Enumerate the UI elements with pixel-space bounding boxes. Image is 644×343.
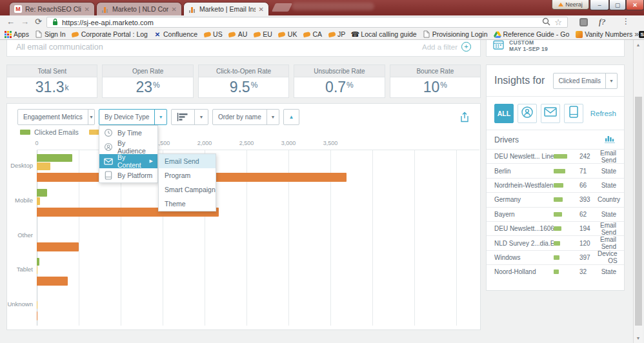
- driver-bar-fill: [554, 255, 559, 260]
- metric-label: Total Sent: [7, 65, 97, 77]
- browser-tab[interactable]: Marketo | Email Insights✕: [183, 2, 269, 15]
- submenu-item[interactable]: Program: [159, 168, 216, 182]
- drive-icon: [494, 30, 501, 38]
- vanity-icon: [575, 30, 583, 38]
- forward-icon[interactable]: →: [21, 17, 29, 26]
- category-label: Unknown: [7, 300, 33, 308]
- bookmark-item[interactable]: Vanity Numbers: [575, 30, 632, 38]
- driver-row[interactable]: Windows397Device OS: [487, 250, 624, 264]
- bookmark-label: Corporate Portal : Log: [81, 30, 148, 38]
- new-tab-button[interactable]: [272, 3, 292, 12]
- bookmark-item[interactable]: Reference Guide - Go: [494, 30, 570, 38]
- zoom-icon[interactable]: [542, 17, 550, 27]
- insights-selector[interactable]: Clicked Emails ▼: [553, 73, 618, 89]
- horizontal-bars-icon: [172, 110, 194, 124]
- driver-row[interactable]: DEU Newslett...1606.Email194Email Send: [487, 221, 624, 235]
- address-bar[interactable]: https://sj-ee-api.marketo.com ☆: [46, 17, 568, 28]
- filter-audience-button[interactable]: [518, 104, 537, 123]
- gmail-icon: M: [14, 5, 22, 13]
- metric-cards-row: Total Sent31.3kOpen Rate23%Click-to-Open…: [6, 64, 481, 98]
- refresh-button[interactable]: Refresh: [590, 110, 616, 117]
- filter-email-button[interactable]: [541, 104, 560, 123]
- mini-bar-chart-icon[interactable]: [605, 134, 616, 146]
- menu-item[interactable]: By Audience: [99, 140, 157, 154]
- dimension-dropdown[interactable]: By Device Type▼: [99, 109, 167, 125]
- browser-tab[interactable]: Marketo | NLD Contact U✕: [96, 2, 182, 15]
- menu-item-label: By Platform: [117, 172, 152, 179]
- add-filter-button[interactable]: Add a filter +: [422, 42, 471, 52]
- submenu-item[interactable]: Theme: [159, 197, 216, 211]
- refresh-icon[interactable]: ⟳: [35, 17, 42, 26]
- window-maximize-button[interactable]: ▢: [609, 0, 626, 10]
- driver-row[interactable]: Berlin71State: [487, 163, 624, 177]
- bookmark-item[interactable]: AU: [228, 30, 248, 38]
- page-scrollbar[interactable]: ▲ ▼: [633, 40, 643, 343]
- date-range-card[interactable]: CUSTOM MAY 1-SEP 19: [486, 40, 625, 57]
- bookmark-item[interactable]: JP: [328, 30, 345, 38]
- profile-button[interactable]: Neeraj: [552, 0, 589, 10]
- bookmark-item[interactable]: Sign In: [35, 30, 66, 38]
- driver-bar: [554, 270, 579, 274]
- submenu-item[interactable]: Email Send: [159, 154, 216, 168]
- driver-value: 194: [579, 225, 598, 232]
- bookmark-item[interactable]: Corporate Portal : Log: [72, 30, 148, 38]
- driver-row[interactable]: NLD Survey 2...dia.Email 2120Email Send: [487, 235, 624, 250]
- menu-item[interactable]: By Platform: [99, 168, 157, 182]
- bookmarks-bar: AppsSign InCorporate Portal : Log✕Conflu…: [0, 29, 644, 40]
- driver-row[interactable]: Germany393Country: [487, 192, 624, 206]
- bookmark-item[interactable]: Provisioning Login: [423, 30, 488, 38]
- window-minimize-button[interactable]: –: [590, 0, 609, 10]
- filter-device-button[interactable]: [564, 104, 583, 123]
- bookmark-item[interactable]: ✕Confluence: [154, 30, 197, 38]
- driver-name: Berlin: [494, 168, 554, 175]
- bookmark-item[interactable]: Apps: [4, 30, 29, 38]
- submenu-item[interactable]: Smart Campaign: [159, 182, 216, 197]
- menu-item[interactable]: By Time: [99, 126, 157, 140]
- bookmark-item[interactable]: US: [203, 30, 223, 38]
- date-preset: CUSTOM: [509, 40, 548, 46]
- tab-close-icon[interactable]: ✕: [172, 6, 177, 13]
- drivers-title: Drivers: [494, 135, 519, 144]
- extension-icon[interactable]: [579, 18, 588, 26]
- scrollbar-thumb[interactable]: [635, 97, 642, 326]
- category-row: Desktop: [7, 152, 479, 187]
- collapse-button[interactable]: ▲: [283, 109, 299, 125]
- browser-menu-icon[interactable]: ⋮: [622, 17, 630, 26]
- driver-row[interactable]: DEU Newslett... Line Test242Email Send: [487, 149, 624, 163]
- chevron-down-icon: ▼: [88, 110, 94, 124]
- window-close-button[interactable]: ✕: [626, 0, 644, 10]
- driver-type: State: [598, 182, 616, 189]
- export-icon[interactable]: [459, 112, 470, 125]
- chevron-down-icon: ▼: [154, 110, 166, 124]
- scroll-down-icon[interactable]: ▼: [634, 336, 643, 340]
- bookmark-star-icon[interactable]: ☆: [554, 17, 562, 27]
- driver-row[interactable]: Noord-Holland32State: [487, 264, 624, 279]
- chevron-down-icon: ▼: [605, 74, 617, 88]
- bookmarks-overflow-icon[interactable]: »: [634, 30, 639, 39]
- driver-row[interactable]: Nordrhein-Westfalen66State: [487, 178, 624, 192]
- order-dropdown[interactable]: Order by name▼: [212, 109, 279, 125]
- driver-bar: [554, 197, 579, 202]
- metric-suffix: %: [251, 81, 258, 90]
- clock-icon: [104, 128, 113, 137]
- tab-close-icon[interactable]: ✕: [85, 6, 90, 13]
- bookmark-item[interactable]: SSucuri SiteCheck: [638, 30, 644, 38]
- f-question-extension-icon[interactable]: f?: [599, 17, 605, 27]
- browser-tab[interactable]: MRe: ReachSEO Client Con✕: [9, 2, 95, 15]
- bookmark-item[interactable]: UK: [278, 30, 297, 38]
- bookmark-item[interactable]: ☎Local calling guide: [351, 30, 416, 38]
- bookmark-item[interactable]: CA: [303, 30, 322, 38]
- bookmark-item[interactable]: EU: [253, 30, 272, 38]
- chevron-down-icon: ▼: [194, 110, 208, 124]
- scroll-up-icon[interactable]: ▲: [634, 43, 643, 47]
- metric-dropdown[interactable]: Engagement Metrics▼: [17, 109, 95, 125]
- filter-all-button[interactable]: ALL: [494, 104, 514, 123]
- bookmark-label: Sign In: [45, 30, 66, 38]
- driver-row[interactable]: Bayern62State: [487, 207, 624, 221]
- tab-close-icon[interactable]: ✕: [259, 6, 264, 13]
- chart-type-dropdown[interactable]: ▼: [171, 109, 208, 125]
- back-icon[interactable]: ←: [6, 17, 15, 26]
- menu-item[interactable]: By Content▶: [99, 154, 157, 168]
- driver-bar: [554, 241, 579, 246]
- driver-value: 120: [579, 240, 598, 247]
